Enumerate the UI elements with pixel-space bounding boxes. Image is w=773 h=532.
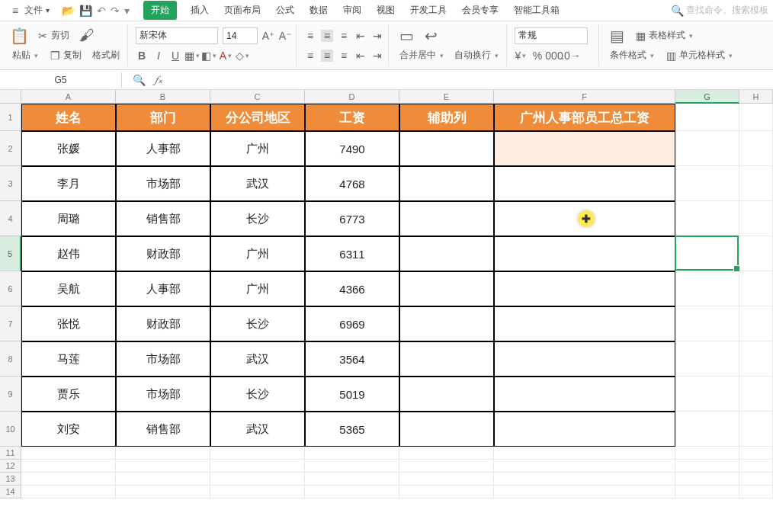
redo-icon[interactable]: ↷ — [111, 5, 120, 17]
cell-B5[interactable]: 财政部 — [116, 236, 210, 271]
cell-G11[interactable] — [675, 447, 739, 460]
cell-D8[interactable]: 3564 — [305, 341, 399, 377]
format-painter-icon[interactable]: 🖌 — [77, 26, 97, 46]
cell-G5[interactable] — [675, 236, 739, 271]
dec-decimal-icon[interactable] — [582, 50, 594, 62]
tab-insert[interactable]: 插入 — [189, 1, 210, 20]
cell-D2[interactable]: 7490 — [305, 131, 399, 166]
cell-F8[interactable] — [494, 341, 675, 377]
cell-A7[interactable]: 张悦 — [21, 306, 116, 341]
cell-A14[interactable] — [21, 486, 116, 498]
cell-E13[interactable] — [399, 473, 494, 486]
cell-C11[interactable] — [210, 447, 305, 460]
col-header-C[interactable]: C — [210, 90, 305, 104]
cell-D7[interactable]: 6969 — [305, 306, 399, 341]
cell-A5[interactable]: 赵伟 — [21, 236, 116, 271]
col-header-E[interactable]: E — [399, 90, 494, 104]
row-header-3[interactable]: 3 — [0, 166, 21, 201]
cell-D3[interactable]: 4768 — [305, 166, 399, 201]
col-header-A[interactable]: A — [21, 90, 116, 104]
cell-E2[interactable] — [399, 131, 494, 166]
percent-icon[interactable]: % — [531, 50, 544, 62]
cell-D1[interactable]: 工资 — [305, 104, 399, 131]
tab-data[interactable]: 数据 — [308, 1, 329, 20]
cell-D10[interactable]: 5365 — [305, 412, 399, 447]
paste-button[interactable]: 粘贴 — [9, 47, 41, 63]
tab-smarttools[interactable]: 智能工具箱 — [512, 1, 561, 20]
thousands-icon[interactable]: 000 — [548, 50, 560, 62]
grow-font-icon[interactable]: A⁺ — [262, 30, 274, 42]
tab-formula[interactable]: 公式 — [274, 1, 296, 20]
row-header-8[interactable]: 8 — [0, 341, 21, 377]
cell-A6[interactable]: 吴航 — [21, 271, 116, 306]
row-header-9[interactable]: 9 — [0, 377, 21, 412]
cell-C3[interactable]: 武汉 — [210, 166, 305, 201]
align-left-icon[interactable]: ≡ — [304, 50, 316, 62]
cond-format-icon[interactable]: ▤ — [607, 26, 627, 46]
col-header-D[interactable]: D — [305, 90, 399, 104]
cell-B2[interactable]: 人事部 — [116, 131, 210, 166]
cell-F3[interactable] — [494, 166, 675, 201]
row-header-2[interactable]: 2 — [0, 131, 21, 166]
cell-H7[interactable] — [739, 306, 773, 341]
align-right-icon[interactable]: ≡ — [338, 50, 350, 62]
formula-input[interactable] — [175, 78, 773, 82]
cell-E4[interactable] — [399, 201, 494, 236]
save-icon[interactable]: 💾 — [79, 5, 92, 17]
cell-G3[interactable] — [675, 166, 739, 201]
wrap-icon[interactable]: ↩ — [421, 26, 441, 46]
indent-inc-icon[interactable]: ⇥ — [371, 30, 383, 42]
name-box[interactable]: G5 — [0, 72, 122, 88]
cell-G9[interactable] — [675, 377, 739, 412]
cell-D11[interactable] — [305, 447, 399, 460]
font-size-select[interactable]: 14 — [223, 27, 258, 44]
bold-icon[interactable]: B — [136, 50, 148, 62]
cell-C6[interactable]: 广州 — [210, 271, 305, 306]
cell-H14[interactable] — [739, 486, 773, 498]
cell-A2[interactable]: 张媛 — [21, 131, 116, 166]
cell-E12[interactable] — [399, 460, 494, 473]
cell-F11[interactable] — [494, 447, 675, 460]
cell-B12[interactable] — [116, 460, 210, 473]
cell-F10[interactable] — [494, 412, 675, 447]
tab-vip[interactable]: 会员专享 — [460, 1, 500, 20]
row-header-5[interactable]: 5 — [0, 236, 21, 271]
tab-review[interactable]: 审阅 — [342, 1, 363, 20]
cell-H4[interactable] — [739, 201, 773, 236]
cell-C1[interactable]: 分公司地区 — [210, 104, 305, 131]
tab-view[interactable]: 视图 — [375, 1, 396, 20]
cell-F14[interactable] — [494, 486, 675, 498]
cell-C14[interactable] — [210, 486, 305, 498]
align-middle-icon[interactable]: ≡ — [321, 30, 333, 42]
cell-G2[interactable] — [675, 131, 739, 166]
col-header-H[interactable]: H — [739, 90, 773, 104]
zoom-icon[interactable]: 🔍 — [133, 74, 145, 86]
underline-icon[interactable]: U — [169, 50, 181, 62]
cell-H9[interactable] — [739, 377, 773, 412]
cell-A1[interactable]: 姓名 — [21, 104, 116, 131]
cell-H5[interactable] — [739, 236, 773, 271]
cell-E14[interactable] — [399, 486, 494, 498]
cell-B4[interactable]: 销售部 — [116, 201, 210, 236]
cell-C4[interactable]: 长沙 — [210, 201, 305, 236]
cell-G1[interactable] — [675, 104, 739, 131]
cell-D9[interactable]: 5019 — [305, 377, 399, 412]
cell-F7[interactable] — [494, 306, 675, 341]
tab-start[interactable]: 开始 — [143, 1, 177, 20]
indent-dec-icon[interactable]: ⇤ — [354, 30, 367, 42]
cell-G6[interactable] — [675, 271, 739, 306]
cell-E9[interactable] — [399, 377, 494, 412]
col-header-F[interactable]: F — [494, 90, 675, 104]
cell-H10[interactable] — [739, 412, 773, 447]
open-icon[interactable]: 📂 — [62, 5, 75, 17]
border-icon[interactable]: ▦ — [186, 50, 198, 62]
font-color-icon[interactable]: A — [220, 50, 232, 62]
cell-H2[interactable] — [739, 131, 773, 166]
cell-F9[interactable] — [494, 377, 675, 412]
merge-button[interactable]: 合并居中 — [396, 47, 447, 63]
cell-A8[interactable]: 马莲 — [21, 341, 116, 377]
cell-A10[interactable]: 刘安 — [21, 412, 116, 447]
fx-icon[interactable]: 𝑓ₓ — [152, 74, 165, 86]
cell-D4[interactable]: 6773 — [305, 201, 399, 236]
cell-B9[interactable]: 市场部 — [116, 377, 210, 412]
